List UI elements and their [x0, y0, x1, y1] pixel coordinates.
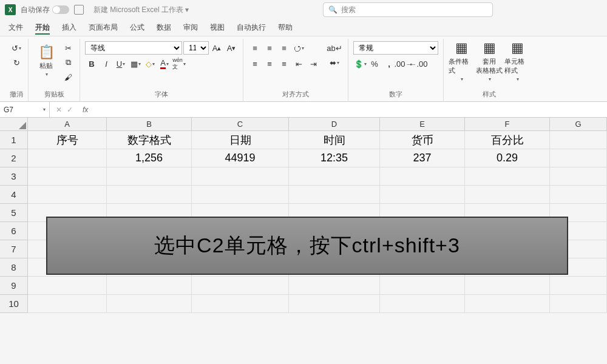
cancel-icon[interactable]: ✕ — [56, 106, 62, 114]
cell-D1[interactable]: 时间 — [289, 131, 380, 149]
save-icon[interactable] — [74, 5, 84, 15]
col-header-D[interactable]: D — [289, 118, 380, 131]
row-header-9[interactable]: 9 — [0, 277, 28, 295]
cell-A4[interactable] — [28, 186, 107, 204]
row-header-2[interactable]: 2 — [0, 149, 28, 167]
cell-E3[interactable] — [380, 167, 465, 186]
underline-button[interactable]: U▾ — [114, 57, 127, 70]
autosave-toggle-group[interactable]: 自动保存 — [21, 5, 69, 15]
row-header-6[interactable]: 6 — [0, 222, 28, 240]
cell-D10[interactable] — [289, 295, 380, 313]
enter-icon[interactable]: ✓ — [67, 106, 73, 114]
cell-C2[interactable]: 44919 — [192, 149, 289, 167]
percent-button[interactable]: % — [368, 57, 381, 70]
menu-tab-4[interactable]: 公式 — [130, 22, 144, 33]
cell-G2[interactable] — [550, 149, 607, 167]
increase-indent-button[interactable]: ⇥ — [307, 57, 320, 70]
cell-B3[interactable] — [107, 167, 192, 186]
fill-color-button[interactable]: ◇▾ — [143, 57, 157, 70]
menu-tab-0[interactable]: 文件 — [8, 22, 23, 33]
cell-A2[interactable] — [28, 149, 107, 167]
col-header-G[interactable]: G — [550, 118, 607, 131]
cell-D4[interactable] — [289, 186, 380, 204]
cell-B9[interactable] — [107, 277, 192, 295]
align-top-button[interactable]: ≡ — [248, 41, 262, 55]
menu-tab-3[interactable]: 页面布局 — [89, 22, 118, 33]
decrease-font-button[interactable]: A▾ — [225, 41, 238, 55]
cell-B4[interactable] — [107, 186, 192, 204]
cell-styles-button[interactable]: ▦ 单元格样式▾ — [504, 41, 530, 80]
cell-B2[interactable]: 1,256 — [107, 149, 192, 167]
table-format-button[interactable]: ▦ 套用 表格格式▾ — [476, 41, 502, 80]
row-header-3[interactable]: 3 — [0, 167, 28, 186]
cell-A10[interactable] — [28, 295, 107, 313]
cell-G1[interactable] — [550, 131, 607, 149]
cell-D2[interactable]: 12:35 — [289, 149, 380, 167]
align-right-button[interactable]: ≡ — [277, 57, 291, 70]
wrap-text-button[interactable]: ab↵ — [326, 41, 343, 55]
menu-tab-2[interactable]: 插入 — [62, 22, 76, 33]
undo-button[interactable]: ↺▾ — [10, 41, 23, 55]
font-color-button[interactable]: A▾ — [158, 57, 171, 70]
cell-B1[interactable]: 数字格式 — [107, 131, 192, 149]
menu-tab-5[interactable]: 数据 — [157, 22, 171, 33]
col-header-F[interactable]: F — [465, 118, 550, 131]
border-button[interactable]: ▦▾ — [129, 57, 142, 70]
align-left-button[interactable]: ≡ — [248, 57, 262, 70]
cell-E4[interactable] — [380, 186, 465, 204]
redo-button[interactable]: ↻ — [10, 56, 23, 69]
align-center-button[interactable]: ≡ — [263, 57, 276, 70]
cell-C4[interactable] — [192, 186, 289, 204]
cell-C3[interactable] — [192, 167, 289, 186]
cell-D9[interactable] — [289, 277, 380, 295]
document-title[interactable]: 新建 Microsoft Excel 工作表 ▾ — [93, 5, 189, 15]
row-header-4[interactable]: 4 — [0, 186, 28, 204]
row-header-8[interactable]: 8 — [0, 258, 28, 277]
increase-font-button[interactable]: A▴ — [210, 41, 223, 55]
menu-tab-7[interactable]: 视图 — [210, 22, 225, 33]
cell-F1[interactable]: 百分比 — [465, 131, 550, 149]
cell-G3[interactable] — [550, 167, 607, 186]
bold-button[interactable]: B — [85, 57, 98, 70]
cell-C10[interactable] — [192, 295, 289, 313]
menu-tab-9[interactable]: 帮助 — [278, 22, 293, 33]
align-middle-button[interactable]: ≡ — [263, 41, 276, 55]
col-header-B[interactable]: B — [107, 118, 192, 131]
decrease-indent-button[interactable]: ⇤ — [292, 57, 305, 70]
number-format-select[interactable]: 常规 — [353, 41, 438, 55]
decrease-decimal-button[interactable]: ←.00 — [412, 57, 425, 70]
conditional-format-button[interactable]: ▦ 条件格式▾ — [449, 41, 474, 80]
cell-F10[interactable] — [465, 295, 550, 313]
cell-G10[interactable] — [550, 295, 607, 313]
align-bottom-button[interactable]: ≡ — [277, 41, 291, 55]
cell-E10[interactable] — [380, 295, 465, 313]
orientation-button[interactable]: ⭯▾ — [292, 41, 305, 55]
cell-A1[interactable]: 序号 — [28, 131, 107, 149]
cell-B10[interactable] — [107, 295, 192, 313]
phonetic-button[interactable]: wén文▾ — [172, 57, 186, 70]
cell-F4[interactable] — [465, 186, 550, 204]
search-box[interactable]: 🔍 搜索 — [323, 2, 493, 17]
fx-icon[interactable]: fx — [79, 106, 92, 114]
cell-F9[interactable] — [465, 277, 550, 295]
col-header-A[interactable]: A — [28, 118, 107, 131]
menu-tab-1[interactable]: 开始 — [35, 22, 50, 33]
formula-input[interactable] — [92, 102, 607, 117]
italic-button[interactable]: I — [100, 57, 113, 70]
cell-G4[interactable] — [550, 186, 607, 204]
cell-E2[interactable]: 237 — [380, 149, 465, 167]
cell-A3[interactable] — [28, 167, 107, 186]
autosave-toggle[interactable] — [52, 5, 69, 14]
cell-D3[interactable] — [289, 167, 380, 186]
menu-tab-6[interactable]: 审阅 — [183, 22, 198, 33]
name-box[interactable]: G7 ▾ — [0, 102, 50, 117]
cell-C1[interactable]: 日期 — [192, 131, 289, 149]
cell-E9[interactable] — [380, 277, 465, 295]
row-header-7[interactable]: 7 — [0, 240, 28, 258]
cell-C9[interactable] — [192, 277, 289, 295]
row-header-5[interactable]: 5 — [0, 204, 28, 222]
row-header-10[interactable]: 10 — [0, 295, 28, 313]
cell-G9[interactable] — [550, 277, 607, 295]
col-header-C[interactable]: C — [192, 118, 289, 131]
cut-button[interactable]: ✂ — [61, 41, 75, 55]
